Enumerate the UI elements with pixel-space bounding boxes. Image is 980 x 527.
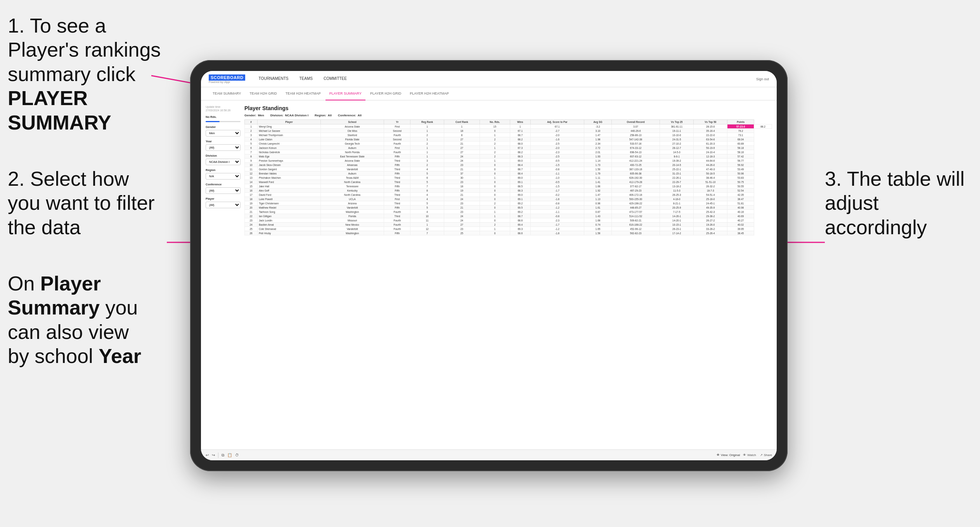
- sub-nav-player-summary[interactable]: PLAYER SUMMARY: [326, 87, 365, 100]
- filter-slider[interactable]: [206, 121, 241, 122]
- col-rank: #: [245, 120, 258, 124]
- eye-icon: 👁: [717, 453, 720, 457]
- sub-nav-team-summary[interactable]: TEAM SUMMARY: [209, 87, 245, 100]
- table-filter-region: Region: All: [315, 114, 332, 117]
- table-row: 17David FordNorth CarolinaThird421069.0-…: [245, 193, 772, 197]
- filter-region: Region N/A: [206, 168, 241, 180]
- nav-link-committee[interactable]: COMMITTEE: [318, 71, 352, 87]
- tablet-body: SCOREBOARD Powered by clippi TOURNAMENTS…: [190, 60, 788, 471]
- table-row: 7Nicholas GabrelcikNorth FloridaFourth12…: [245, 150, 772, 154]
- table-row: 23Jack LundinMissouriFourth1124068.6-2.3…: [245, 218, 772, 223]
- nav-right: Sign out: [756, 77, 769, 81]
- table-row: 6Jackson KoivunAuburnFirst127167.3-2.02.…: [245, 146, 772, 150]
- nav-link-tournaments[interactable]: TOURNAMENTS: [253, 71, 294, 87]
- table-row: 15Jake HallTennesseeFifth718068.5-1.51.6…: [245, 184, 772, 188]
- filter-no-rds-label: No Rds.: [206, 115, 241, 119]
- filter-player: Player (All): [206, 197, 241, 208]
- filter-player-label: Player: [206, 197, 241, 200]
- table-filter-gender: Gender: Men: [244, 114, 264, 117]
- data-table: # Player School Yr Reg Rank Conf Rank No…: [244, 119, 772, 235]
- filter-division-select[interactable]: NCAA Division I: [206, 159, 241, 165]
- instruction-step2: 2. Select how you want to filter the dat…: [8, 167, 155, 239]
- filter-region-label: Region: [206, 168, 241, 172]
- table-row: 19Tiger ChristensenArizonaThird523269.2-…: [245, 201, 772, 206]
- table-row: 3Michael ThorbjornsenStanfordFourth28168…: [245, 133, 772, 137]
- view-original[interactable]: 👁 View: Original: [717, 453, 740, 457]
- redo-button[interactable]: ↪: [212, 453, 215, 457]
- table-row: 16Alex GoffKentuckyFifth819068.3-1.71.92…: [245, 188, 772, 193]
- col-points: Points: [727, 120, 754, 124]
- toolbar-actions: 👁 Watch ↗ Share: [743, 453, 772, 457]
- col-avg-sg: Avg SG: [584, 120, 612, 124]
- main-content: Update time: 27/03/2024 16:56:26 No Rds.…: [201, 100, 777, 449]
- filter-gender-label: Gender: [206, 125, 241, 129]
- table-row: 13Phichakon MaichonTexas A&MThird630169.…: [245, 176, 772, 180]
- paste-button[interactable]: 📋: [227, 453, 232, 457]
- table-row: 1Wenyi DingArizona StateFirst1115167.1-3…: [245, 124, 772, 129]
- copy-button[interactable]: ⧉: [222, 453, 224, 458]
- table-row: 21Taehoon SongWashingtonFourth423169.2-1…: [245, 210, 772, 214]
- filter-conference-select[interactable]: (All): [206, 187, 241, 194]
- table-row: 9Preston SummerhaysArizona StateThird324…: [245, 159, 772, 163]
- watch-icon: 👁: [743, 453, 746, 457]
- filter-year-select[interactable]: (All): [206, 144, 241, 151]
- col-yr: Yr: [384, 120, 410, 124]
- watch-button[interactable]: 👁 Watch: [743, 453, 756, 457]
- table-row: 12Brendan ValdesAuburnFifth537068.4-1.11…: [245, 171, 772, 176]
- table-row: 2Michael Le SasseeOle MissSecond118067.1…: [245, 129, 772, 133]
- filter-gender-select[interactable]: Men: [206, 130, 241, 137]
- instruction-step3: 3. The table will adjust accordingly: [825, 167, 972, 239]
- table-row: 10Jacob Skov-OlesenArkansasFifth223068.4…: [245, 163, 772, 167]
- col-player: Player: [258, 120, 320, 124]
- nav-links: TOURNAMENTS TEAMS COMMITTEE: [253, 71, 756, 87]
- filter-no-rds: No Rds.: [206, 115, 241, 122]
- col-wins: Wins: [510, 120, 530, 124]
- filter-conference: Conference (All): [206, 183, 241, 194]
- undo-button[interactable]: ↩: [206, 453, 209, 457]
- filter-region-select[interactable]: N/A: [206, 173, 241, 180]
- table-filter-conference: Conference: All: [338, 114, 362, 117]
- sub-nav-player-h2h-heatmap[interactable]: PLAYER H2H HEATMAP: [406, 87, 453, 100]
- instruction-step-bottom: On Player Summary you can also view by s…: [8, 271, 155, 368]
- tablet-device: SCOREBOARD Powered by clippi TOURNAMENTS…: [190, 60, 788, 471]
- col-vs-top50: Vs Top 50: [694, 120, 727, 124]
- table-row: 18Luke PowellUCLAFirst424069.1-1.81.1350…: [245, 197, 772, 201]
- share-button[interactable]: ↗ Share: [760, 453, 772, 457]
- filters-sidebar: Update time: 27/03/2024 16:56:26 No Rds.…: [206, 105, 241, 445]
- col-school: School: [320, 120, 384, 124]
- table-filter-division: Division: NCAA Division I: [270, 114, 308, 117]
- tablet-screen: SCOREBOARD Powered by clippi TOURNAMENTS…: [201, 71, 777, 460]
- logo: SCOREBOARD Powered by clippi: [209, 74, 245, 83]
- sub-nav-team-h2h-heatmap[interactable]: TEAM H2H HEATMAP: [282, 87, 325, 100]
- col-adj-score: Adj. Score to Par: [530, 120, 584, 124]
- col-conf-rank: Conf Rank: [444, 120, 480, 124]
- table-row: 24Bastien AmatNew MexicoFourth127269.4-1…: [245, 223, 772, 227]
- sub-nav: TEAM SUMMARY TEAM H2H GRID TEAM H2H HEAT…: [201, 87, 777, 100]
- table-row: 26Petr HrubyWashingtonFifth725068.6-1.81…: [245, 231, 772, 235]
- nav-link-teams[interactable]: TEAMS: [294, 71, 318, 87]
- sub-nav-player-h2h-grid[interactable]: PLAYER H2H GRID: [366, 87, 405, 100]
- timer-icon: ⏱: [235, 453, 239, 457]
- table-title: Player Standings: [244, 105, 772, 111]
- table-row: 4Luke ClatonFlorida StateSecond127268.2-…: [245, 137, 772, 142]
- filter-gender: Gender Men: [206, 125, 241, 137]
- table-row: 25Cole SherwoodVanderbiltFourth1223169.3…: [245, 227, 772, 231]
- filter-player-select[interactable]: (All): [206, 202, 241, 208]
- table-row: 11Gordon SargentVanderbiltThird421068.7-…: [245, 167, 772, 171]
- col-no-rds: No. Rds.: [480, 120, 510, 124]
- share-icon: ↗: [760, 453, 763, 457]
- table-scroll[interactable]: # Player School Yr Reg Rank Conf Rank No…: [244, 119, 772, 445]
- update-time: Update time: 27/03/2024 16:56:26: [206, 105, 241, 112]
- toolbar-divider-1: [218, 453, 218, 458]
- table-row: 5Christo LamprechtGeorgia TechFourth2212…: [245, 142, 772, 146]
- col-reg-rank: Reg Rank: [410, 120, 444, 124]
- filter-conference-label: Conference: [206, 183, 241, 186]
- table-row: 14Maxwell FordNorth CarolinaThird523069.…: [245, 180, 772, 184]
- view-label: View: Original: [721, 453, 740, 457]
- step1-bold: PLAYER SUMMARY: [8, 87, 111, 133]
- sub-nav-team-h2h-grid[interactable]: TEAM H2H GRID: [246, 87, 281, 100]
- table-row: 8Mats EgeEast Tennessee StateFifth124268…: [245, 154, 772, 159]
- table-area: Player Standings Gender: Men Division: N…: [244, 105, 772, 445]
- nav-bar: SCOREBOARD Powered by clippi TOURNAMENTS…: [201, 71, 777, 87]
- sign-out-link[interactable]: Sign out: [756, 77, 769, 81]
